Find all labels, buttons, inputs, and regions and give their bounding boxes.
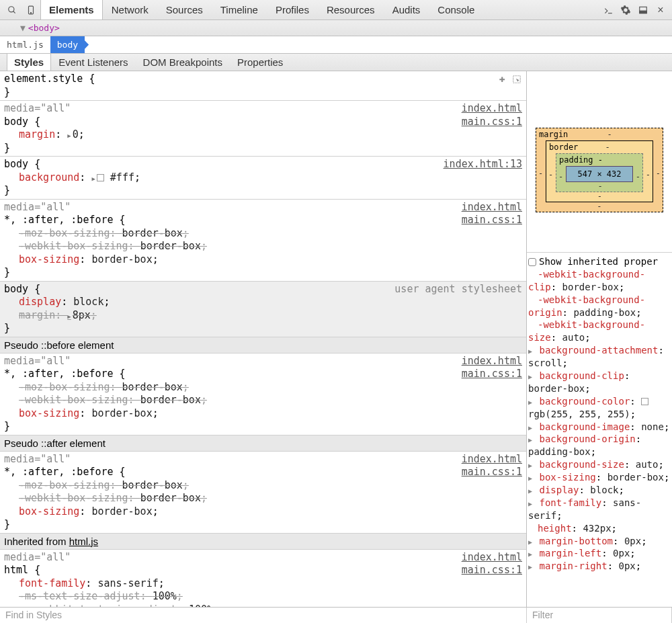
- breadcrumb: html.jsbody: [0, 36, 672, 54]
- css-property[interactable]: display: block;: [4, 296, 522, 309]
- source-link[interactable]: index.html: [462, 355, 522, 368]
- style-rule[interactable]: index.htmlmain.css:1media="all"*, :after…: [0, 452, 526, 534]
- css-property[interactable]: margin: 0;: [4, 128, 522, 142]
- svg-line-1: [13, 11, 15, 13]
- style-rule[interactable]: index.htmlmain.css:1media="all"html {fon…: [0, 550, 526, 608]
- computed-property[interactable]: ▶ background-color: rgb(255, 255, 255);: [528, 395, 671, 421]
- style-rule[interactable]: index.htmlmain.css:1media="all"*, :after…: [0, 200, 526, 282]
- css-property[interactable]: box-sizing: border-box;: [4, 505, 522, 519]
- source-link[interactable]: index.html:13: [444, 158, 522, 171]
- computed-property[interactable]: ▶ background-origin: padding-box;: [528, 433, 671, 458]
- style-rule[interactable]: index.htmlmain.css:1media="all"body {mar…: [0, 101, 526, 157]
- computed-property[interactable]: ▶ margin-bottom: 0px;: [528, 535, 671, 548]
- css-property[interactable]: -ms-text-size-adjust: 100%;: [4, 590, 522, 604]
- panel-tab-elements[interactable]: Elements: [40, 0, 103, 19]
- expand-triangle-icon[interactable]: ▼: [20, 23, 26, 33]
- close-icon[interactable]: ×: [653, 3, 668, 17]
- device-icon[interactable]: [24, 3, 38, 17]
- computed-property[interactable]: -webkit-background-size: auto;: [528, 319, 671, 344]
- footer: Find in Styles Filter: [0, 607, 672, 623]
- panel-tab-resources[interactable]: Resources: [318, 0, 384, 19]
- source-link[interactable]: main.css:1: [462, 466, 522, 479]
- panel-tab-audits[interactable]: Audits: [384, 0, 429, 19]
- toggle-hover-icon[interactable]: [511, 74, 522, 85]
- computed-property[interactable]: ▶ background-attachment: scroll;: [528, 344, 671, 370]
- filter-input[interactable]: Filter: [527, 608, 672, 623]
- panel-tab-console[interactable]: Console: [429, 0, 483, 19]
- css-property[interactable]: -webkit-box-sizing: border-box;: [4, 394, 522, 407]
- find-in-styles-input[interactable]: Find in Styles: [0, 608, 527, 623]
- breadcrumb-item[interactable]: body: [50, 36, 85, 53]
- settings-icon[interactable]: [618, 3, 633, 17]
- main-toolbar: ElementsNetworkSourcesTimelineProfilesRe…: [0, 0, 672, 20]
- computed-properties: Show inherited proper-webkit-background-…: [527, 253, 672, 607]
- styles-section-header: Pseudo ::before element: [0, 337, 526, 354]
- source-link[interactable]: index.html: [462, 201, 522, 214]
- dock-icon[interactable]: [636, 3, 650, 17]
- css-property[interactable]: box-sizing: border-box;: [4, 407, 522, 421]
- source-link[interactable]: index.html: [462, 102, 522, 116]
- source-link[interactable]: main.css:1: [462, 116, 522, 129]
- panel-tab-sources[interactable]: Sources: [157, 0, 212, 19]
- styles-section-header: Pseudo ::after element: [0, 435, 526, 452]
- add-rule-icon[interactable]: ✚: [497, 74, 507, 85]
- panel-tabs: ElementsNetworkSourcesTimelineProfilesRe…: [40, 0, 483, 19]
- box-model-margin-label: margin: [539, 130, 568, 139]
- style-rule[interactable]: index.html:13body {background: #fff;}: [0, 157, 526, 200]
- css-property[interactable]: box-sizing: border-box;: [4, 253, 522, 267]
- source-link[interactable]: index.html: [462, 453, 522, 466]
- computed-property[interactable]: ▶ background-image: none;: [528, 421, 671, 433]
- computed-property[interactable]: ▶ background-size: auto;: [528, 458, 671, 471]
- show-inherited-checkbox[interactable]: [528, 258, 536, 266]
- dom-tree-row[interactable]: ▼ <body>: [0, 20, 672, 36]
- style-rule[interactable]: index.htmlmain.css:1media="all"*, :after…: [0, 354, 526, 435]
- subtab-properties[interactable]: Properties: [230, 54, 290, 71]
- css-property[interactable]: -webkit-box-sizing: border-box;: [4, 492, 522, 505]
- search-icon[interactable]: [5, 3, 19, 17]
- source-link[interactable]: index.html: [462, 551, 522, 565]
- svg-point-0: [9, 6, 14, 11]
- css-property[interactable]: -moz-box-sizing: border-box;: [4, 227, 522, 241]
- style-rule[interactable]: user agent stylesheetbody {display: bloc…: [0, 282, 526, 337]
- subtab-styles[interactable]: Styles: [7, 54, 51, 71]
- computed-property[interactable]: -webkit-background-clip: border-box;: [528, 268, 671, 294]
- css-property[interactable]: -moz-box-sizing: border-box;: [4, 479, 522, 493]
- subtab-dom-breakpoints[interactable]: DOM Breakpoints: [136, 54, 230, 71]
- box-model-border-label: border: [549, 142, 578, 152]
- computed-property[interactable]: height: 432px;: [528, 522, 671, 535]
- css-property[interactable]: margin: 8px;: [4, 309, 522, 323]
- css-property[interactable]: -webkit-box-sizing: border-box;: [4, 240, 522, 253]
- css-property[interactable]: ⚠ -webkit-text-size-adjust: 100%;: [4, 604, 522, 608]
- svg-point-3: [30, 12, 31, 13]
- panel-tab-network[interactable]: Network: [103, 0, 157, 19]
- css-property[interactable]: background: #fff;: [4, 171, 522, 185]
- dom-element[interactable]: <body>: [28, 23, 60, 33]
- computed-property[interactable]: ▶ display: block;: [528, 484, 671, 497]
- css-property[interactable]: font-family: sans-serif;: [4, 577, 522, 591]
- source-link[interactable]: main.css:1: [462, 564, 522, 577]
- computed-property[interactable]: ▶ margin-left: 0px;: [528, 547, 671, 560]
- svg-rect-6: [640, 11, 647, 13]
- box-model-diagram: margin - - - - border - - - - padding - …: [527, 71, 672, 253]
- source-link[interactable]: main.css:1: [462, 368, 522, 381]
- box-model-content: 547 × 432: [566, 166, 633, 182]
- breadcrumb-item[interactable]: html.js: [0, 36, 50, 53]
- styles-pane: ✚element.style {}index.htmlmain.css:1med…: [0, 71, 527, 607]
- computed-property[interactable]: ▶ margin-right: 0px;: [528, 560, 671, 573]
- subtab-event-listeners[interactable]: Event Listeners: [51, 54, 135, 71]
- panel-tab-profiles[interactable]: Profiles: [267, 0, 318, 19]
- box-model-padding-label: padding -: [559, 155, 603, 165]
- style-rule[interactable]: ✚element.style {}: [0, 71, 526, 101]
- styles-section-header: Inherited from html.js: [0, 534, 526, 550]
- computed-pane: margin - - - - border - - - - padding - …: [527, 71, 672, 607]
- computed-property[interactable]: ▶ box-sizing: border-box;: [528, 471, 671, 484]
- computed-property[interactable]: -webkit-background-origin: padding-box;: [528, 294, 671, 319]
- computed-property[interactable]: ▶ background-clip: border-box;: [528, 370, 671, 395]
- css-property[interactable]: -moz-box-sizing: border-box;: [4, 381, 522, 394]
- source-link[interactable]: main.css:1: [462, 214, 522, 227]
- computed-property[interactable]: ▶ font-family: sans-serif;: [528, 497, 671, 522]
- console-drawer-icon[interactable]: [601, 3, 616, 17]
- panel-tab-timeline[interactable]: Timeline: [212, 0, 267, 19]
- styles-subtabs: StylesEvent ListenersDOM BreakpointsProp…: [0, 54, 672, 71]
